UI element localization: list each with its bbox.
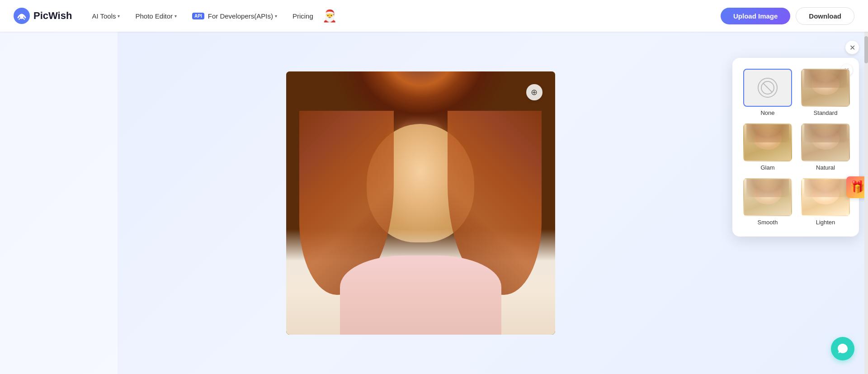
scrollbar-track[interactable]	[864, 32, 868, 374]
filter-label-glam: Glam	[760, 164, 774, 171]
svg-line-3	[763, 83, 772, 92]
api-badge: API	[192, 13, 204, 19]
no-filter-icon	[758, 78, 778, 98]
download-button[interactable]: Download	[796, 7, 854, 25]
navbar: PicWish AI Tools ▾ Photo Editor ▾ API Fo…	[0, 0, 868, 32]
filter-item-glam[interactable]: Glam	[743, 123, 792, 171]
chevron-down-icon: ▾	[175, 14, 177, 19]
filter-label-lighten: Lighten	[816, 219, 835, 226]
filter-label-standard: Standard	[814, 109, 838, 116]
close-icon: ✕	[849, 43, 855, 52]
nav-actions: Upload Image Download	[721, 7, 854, 25]
nav-links: AI Tools ▾ Photo Editor ▾ API For Develo…	[85, 9, 721, 24]
filter-thumb-lighten	[801, 178, 850, 216]
nav-photo-editor[interactable]: Photo Editor ▾	[129, 9, 183, 24]
scrollbar-thumb[interactable]	[864, 36, 868, 63]
filter-label-none: None	[760, 109, 774, 116]
filter-thumb-smooth	[743, 178, 792, 216]
image-container: PicWish No watermark after download ⊕	[286, 71, 555, 335]
main-image	[286, 71, 555, 335]
filter-item-smooth[interactable]: Smooth	[743, 178, 792, 226]
gift-icon: 🎁	[850, 180, 864, 194]
holiday-icon: 🎅	[322, 9, 337, 23]
close-panel-button[interactable]: ✕	[845, 41, 859, 54]
filter-popup-inner: ✕ None	[743, 69, 848, 226]
filter-item-natural[interactable]: Natural	[801, 123, 850, 171]
upload-image-button[interactable]: Upload Image	[721, 8, 790, 24]
filter-item-none[interactable]: None	[743, 69, 792, 116]
filter-item-lighten[interactable]: Lighten	[801, 178, 850, 226]
logo[interactable]: PicWish	[14, 8, 72, 24]
filter-thumb-natural	[801, 123, 850, 161]
chevron-down-icon: ▾	[275, 14, 277, 19]
filter-item-standard[interactable]: Standard	[801, 69, 850, 116]
nav-ai-tools[interactable]: AI Tools ▾	[85, 9, 126, 24]
right-panel: ✕ ✕	[723, 32, 868, 374]
nav-pricing[interactable]: Pricing	[286, 9, 320, 24]
chevron-down-icon: ▾	[118, 14, 120, 19]
filter-label-smooth: Smooth	[758, 219, 778, 226]
filter-label-natural: Natural	[816, 164, 835, 171]
chat-button[interactable]	[831, 337, 854, 360]
filter-thumb-standard	[801, 69, 850, 107]
image-area: PicWish No watermark after download ⊕	[118, 32, 723, 374]
filter-thumb-glam	[743, 123, 792, 161]
nav-for-developers[interactable]: API For Developers(APIs) ▾	[186, 9, 283, 24]
left-sidebar	[0, 32, 118, 374]
main-content: PicWish No watermark after download ⊕ ✕ …	[0, 32, 868, 374]
filter-grid: None Standard	[743, 69, 848, 226]
logo-icon	[14, 8, 30, 24]
filter-thumb-none	[743, 69, 792, 107]
filter-popup: ✕ None	[732, 58, 859, 237]
logo-text: PicWish	[33, 10, 72, 22]
